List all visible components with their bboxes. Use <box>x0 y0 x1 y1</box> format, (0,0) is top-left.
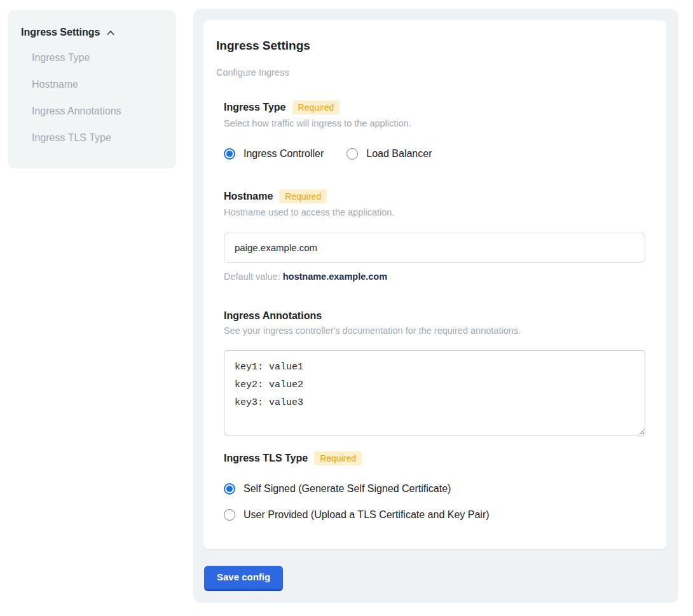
save-config-button[interactable]: Save config <box>204 566 283 591</box>
section-ingress-annotations: Ingress Annotations See your ingress con… <box>224 310 645 438</box>
radio-unselected-icon <box>224 509 235 521</box>
radio-load-balancer[interactable]: Load Balancer <box>346 148 432 160</box>
section-ingress-type: Ingress Type Required Select how traffic… <box>224 100 645 160</box>
hostname-input[interactable] <box>224 233 645 263</box>
sidebar-item-list: Ingress Type Hostname Ingress Annotation… <box>21 44 166 151</box>
radio-selected-icon <box>224 148 235 160</box>
radio-label: Ingress Controller <box>244 148 324 160</box>
sidebar-item-ingress-type[interactable]: Ingress Type <box>21 44 166 71</box>
hostname-label: Hostname <box>224 191 273 202</box>
radio-self-signed[interactable]: Self Signed (Generate Self Signed Certif… <box>224 483 645 495</box>
ingress-annotations-textarea[interactable]: key1: value1 key2: value2 key3: value3 <box>224 350 645 435</box>
config-nav-sidebar: Ingress Settings Ingress Type Hostname I… <box>8 10 176 168</box>
radio-user-provided[interactable]: User Provided (Upload a TLS Certificate … <box>224 509 645 521</box>
default-value-text: hostname.example.com <box>283 271 387 282</box>
radio-label: Load Balancer <box>366 148 432 160</box>
chevron-up-icon <box>106 28 116 38</box>
radio-unselected-icon <box>346 148 358 160</box>
hostname-default-hint: Default value:hostname.example.com <box>224 271 645 282</box>
sidebar-item-ingress-annotations[interactable]: Ingress Annotations <box>21 98 166 125</box>
required-badge: Required <box>279 189 327 203</box>
sidebar-group-ingress-settings[interactable]: Ingress Settings <box>21 27 166 38</box>
radio-label: Self Signed (Generate Self Signed Certif… <box>244 483 451 495</box>
required-badge: Required <box>292 100 340 114</box>
ingress-tls-type-label: Ingress TLS Type <box>224 453 308 464</box>
sidebar-item-ingress-tls-type[interactable]: Ingress TLS Type <box>21 125 166 151</box>
radio-ingress-controller[interactable]: Ingress Controller <box>224 148 324 160</box>
default-value-prefix: Default value: <box>224 271 280 282</box>
hostname-description: Hostname used to access the application. <box>224 207 645 217</box>
ingress-settings-card: Ingress Settings Configure Ingress Ingre… <box>203 20 666 549</box>
ingress-annotations-label: Ingress Annotations <box>224 310 322 322</box>
ingress-type-description: Select how traffic will ingress to the a… <box>224 118 645 128</box>
sidebar-item-hostname[interactable]: Hostname <box>21 71 166 98</box>
ingress-tls-radio-group: Self Signed (Generate Self Signed Certif… <box>224 483 645 521</box>
page-title: Ingress Settings <box>216 39 646 53</box>
page-subtitle: Configure Ingress <box>216 67 646 78</box>
sidebar-group-label: Ingress Settings <box>21 27 100 38</box>
required-badge: Required <box>314 451 362 465</box>
settings-panel: Ingress Settings Configure Ingress Ingre… <box>193 9 678 603</box>
ingress-annotations-description: See your ingress controller's documentat… <box>224 325 645 336</box>
ingress-type-radio-group: Ingress Controller Load Balancer <box>224 148 645 160</box>
section-ingress-tls-type: Ingress TLS Type Required Self Signed (G… <box>224 451 645 521</box>
radio-label: User Provided (Upload a TLS Certificate … <box>244 509 490 521</box>
section-hostname: Hostname Required Hostname used to acces… <box>224 189 645 282</box>
ingress-type-label: Ingress Type <box>224 102 286 113</box>
radio-selected-icon <box>224 483 235 495</box>
